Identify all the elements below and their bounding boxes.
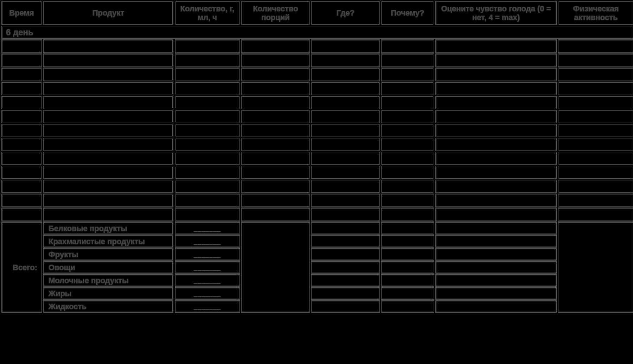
entry-cell[interactable] bbox=[435, 96, 557, 109]
entry-cell[interactable] bbox=[43, 68, 173, 81]
entry-cell[interactable] bbox=[241, 152, 310, 165]
entry-cell[interactable] bbox=[381, 152, 434, 165]
entry-cell[interactable] bbox=[381, 68, 434, 81]
entry-cell[interactable] bbox=[311, 39, 380, 53]
totals-quantity-blank[interactable]: _______ bbox=[175, 274, 240, 287]
entry-cell[interactable] bbox=[43, 166, 173, 179]
entry-cell[interactable] bbox=[311, 53, 380, 67]
entry-cell[interactable] bbox=[435, 53, 557, 67]
entry-cell[interactable] bbox=[241, 194, 310, 207]
entry-cell[interactable] bbox=[435, 124, 557, 137]
entry-cell[interactable] bbox=[175, 110, 240, 123]
entry-cell[interactable] bbox=[435, 152, 557, 165]
entry-cell[interactable] bbox=[241, 53, 310, 67]
entry-cell[interactable] bbox=[43, 124, 173, 137]
entry-cell[interactable] bbox=[311, 82, 380, 95]
entry-cell[interactable] bbox=[381, 82, 434, 95]
entry-cell[interactable] bbox=[558, 68, 633, 81]
entry-cell[interactable] bbox=[241, 138, 310, 151]
entry-cell[interactable] bbox=[435, 194, 557, 207]
entry-cell[interactable] bbox=[381, 194, 434, 207]
entry-cell[interactable] bbox=[241, 110, 310, 123]
entry-cell[interactable] bbox=[558, 124, 633, 137]
entry-cell[interactable] bbox=[558, 194, 633, 207]
entry-cell[interactable] bbox=[175, 208, 240, 222]
entry-cell[interactable] bbox=[241, 96, 310, 109]
entry-cell[interactable] bbox=[311, 110, 380, 123]
entry-cell[interactable] bbox=[381, 166, 434, 179]
entry-cell[interactable] bbox=[175, 82, 240, 95]
entry-cell[interactable] bbox=[311, 166, 380, 179]
entry-cell[interactable] bbox=[175, 68, 240, 81]
entry-cell[interactable] bbox=[175, 180, 240, 193]
entry-cell[interactable] bbox=[175, 53, 240, 67]
entry-cell[interactable] bbox=[175, 124, 240, 137]
entry-cell[interactable] bbox=[311, 68, 380, 81]
entry-cell[interactable] bbox=[435, 110, 557, 123]
entry-cell[interactable] bbox=[558, 138, 633, 151]
entry-cell[interactable] bbox=[311, 96, 380, 109]
entry-cell[interactable] bbox=[381, 124, 434, 137]
entry-cell[interactable] bbox=[241, 124, 310, 137]
totals-quantity-blank[interactable]: _______ bbox=[175, 300, 240, 313]
entry-cell[interactable] bbox=[241, 68, 310, 81]
entry-cell[interactable] bbox=[175, 152, 240, 165]
entry-cell[interactable] bbox=[43, 53, 173, 67]
entry-cell[interactable] bbox=[311, 138, 380, 151]
entry-cell[interactable] bbox=[311, 124, 380, 137]
entry-cell[interactable] bbox=[43, 138, 173, 151]
totals-quantity-blank[interactable]: _______ bbox=[175, 261, 240, 274]
entry-cell[interactable] bbox=[558, 110, 633, 123]
entry-cell[interactable] bbox=[435, 82, 557, 95]
entry-cell[interactable] bbox=[1, 53, 42, 67]
entry-cell[interactable] bbox=[311, 208, 380, 222]
entry-cell[interactable] bbox=[241, 82, 310, 95]
entry-cell[interactable] bbox=[1, 208, 42, 222]
entry-cell[interactable] bbox=[1, 194, 42, 207]
entry-cell[interactable] bbox=[241, 39, 310, 53]
entry-cell[interactable] bbox=[241, 180, 310, 193]
entry-cell[interactable] bbox=[311, 180, 380, 193]
entry-cell[interactable] bbox=[558, 152, 633, 165]
entry-cell[interactable] bbox=[175, 138, 240, 151]
entry-cell[interactable] bbox=[435, 138, 557, 151]
entry-cell[interactable] bbox=[175, 166, 240, 179]
entry-cell[interactable] bbox=[1, 68, 42, 81]
entry-cell[interactable] bbox=[1, 138, 42, 151]
entry-cell[interactable] bbox=[558, 82, 633, 95]
entry-cell[interactable] bbox=[1, 152, 42, 165]
entry-cell[interactable] bbox=[558, 39, 633, 53]
entry-cell[interactable] bbox=[435, 68, 557, 81]
entry-cell[interactable] bbox=[435, 180, 557, 193]
entry-cell[interactable] bbox=[43, 194, 173, 207]
entry-cell[interactable] bbox=[43, 39, 173, 53]
entry-cell[interactable] bbox=[1, 124, 42, 137]
entry-cell[interactable] bbox=[1, 39, 42, 53]
entry-cell[interactable] bbox=[1, 110, 42, 123]
totals-quantity-blank[interactable]: _______ bbox=[175, 222, 240, 235]
entry-cell[interactable] bbox=[1, 82, 42, 95]
entry-cell[interactable] bbox=[1, 180, 42, 193]
entry-cell[interactable] bbox=[43, 110, 173, 123]
entry-cell[interactable] bbox=[241, 208, 310, 222]
entry-cell[interactable] bbox=[381, 53, 434, 67]
entry-cell[interactable] bbox=[435, 39, 557, 53]
entry-cell[interactable] bbox=[43, 208, 173, 222]
entry-cell[interactable] bbox=[175, 96, 240, 109]
entry-cell[interactable] bbox=[558, 180, 633, 193]
entry-cell[interactable] bbox=[381, 96, 434, 109]
entry-cell[interactable] bbox=[241, 166, 310, 179]
entry-cell[interactable] bbox=[558, 208, 633, 222]
entry-cell[interactable] bbox=[43, 82, 173, 95]
entry-cell[interactable] bbox=[311, 194, 380, 207]
entry-cell[interactable] bbox=[175, 194, 240, 207]
entry-cell[interactable] bbox=[43, 152, 173, 165]
totals-quantity-blank[interactable]: _______ bbox=[175, 248, 240, 261]
entry-cell[interactable] bbox=[558, 53, 633, 67]
entry-cell[interactable] bbox=[381, 138, 434, 151]
entry-cell[interactable] bbox=[381, 110, 434, 123]
entry-cell[interactable] bbox=[558, 166, 633, 179]
totals-quantity-blank[interactable]: _______ bbox=[175, 235, 240, 248]
totals-quantity-blank[interactable]: _______ bbox=[175, 287, 240, 300]
entry-cell[interactable] bbox=[381, 39, 434, 53]
